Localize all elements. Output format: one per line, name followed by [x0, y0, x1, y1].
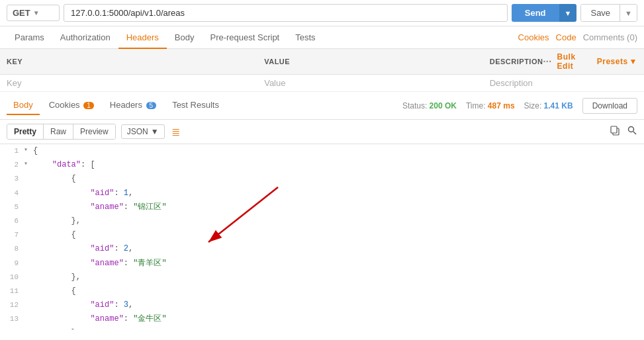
- resp-tab-test-results[interactable]: Test Results: [165, 96, 226, 115]
- list-item: 10 },: [0, 271, 644, 284]
- time-label: Time: 487 ms: [466, 101, 515, 110]
- url-input[interactable]: [64, 4, 508, 22]
- request-tabs: Params Authorization Headers Body Pre-re…: [0, 26, 644, 49]
- svg-point-2: [629, 127, 634, 132]
- save-dropdown-button[interactable]: ▼: [620, 5, 637, 21]
- wrap-icon[interactable]: ≣: [171, 126, 180, 138]
- table-row: Key Value Description: [0, 75, 644, 92]
- raw-view-button[interactable]: Raw: [44, 124, 73, 139]
- method-chevron-icon: ▼: [33, 9, 40, 17]
- list-item: 13 "aname": "金牛区": [0, 312, 644, 326]
- response-tabs-bar: Body Cookies 1 Headers 5 Test Results St…: [0, 92, 644, 120]
- code-link[interactable]: Code: [556, 32, 576, 42]
- list-item: 6 },: [0, 214, 644, 228]
- tab-pre-request-script[interactable]: Pre-request Script: [202, 27, 287, 49]
- format-chevron-icon: ▼: [151, 127, 159, 136]
- comments-link[interactable]: Comments (0): [583, 32, 637, 42]
- tab-authorization[interactable]: Authorization: [52, 27, 118, 49]
- list-item: 3 {: [0, 172, 644, 186]
- list-item: 12 "aid": 3,: [0, 298, 644, 312]
- key-column-header: KEY: [0, 49, 257, 75]
- view-button-group: Pretty Raw Preview: [7, 124, 116, 140]
- headers-table: KEY VALUE DESCRIPTION ··· Bulk Edit Pres…: [0, 49, 644, 92]
- size-value: 1.41 KB: [544, 101, 573, 110]
- search-icon[interactable]: [627, 125, 637, 138]
- description-cell[interactable]: Description: [483, 75, 644, 92]
- headers-badge: 5: [146, 102, 157, 109]
- time-value: 487 ms: [488, 101, 515, 110]
- description-column-header: DESCRIPTION ··· Bulk Edit Presets ▼: [483, 49, 644, 75]
- top-bar: GET ▼ Send ▼ Save ▼: [0, 0, 644, 26]
- bulk-edit-button[interactable]: Bulk Edit: [557, 52, 592, 71]
- cookies-link[interactable]: Cookies: [518, 32, 549, 42]
- tab-tests[interactable]: Tests: [287, 27, 323, 49]
- save-button[interactable]: Save: [581, 5, 620, 21]
- more-options-icon[interactable]: ···: [543, 56, 551, 67]
- list-item: 5 "aname": "锦江区": [0, 200, 644, 214]
- send-button-group: Send ▼: [512, 4, 577, 22]
- list-item: 9 "aname": "青羊区": [0, 257, 644, 271]
- preview-view-button[interactable]: Preview: [73, 124, 115, 139]
- list-item: 8 "aid": 2,: [0, 242, 644, 256]
- svg-rect-1: [611, 126, 617, 133]
- save-button-group: Save ▼: [580, 4, 637, 22]
- method-label: GET: [13, 8, 30, 18]
- cookies-badge: 1: [83, 102, 94, 109]
- toolbar-right: [610, 125, 637, 138]
- list-item: 11 {: [0, 284, 644, 298]
- download-button[interactable]: Download: [582, 98, 637, 114]
- format-select[interactable]: JSON ▼: [121, 124, 165, 139]
- value-column-header: VALUE: [257, 49, 483, 75]
- format-label: JSON: [127, 127, 148, 136]
- value-cell[interactable]: Value: [257, 75, 483, 92]
- send-button[interactable]: Send: [512, 4, 559, 22]
- tab-headers[interactable]: Headers: [118, 27, 167, 49]
- list-item: 4 "aid": 1,: [0, 187, 644, 200]
- resp-tab-headers[interactable]: Headers 5: [103, 96, 163, 115]
- status-value: 200 OK: [430, 101, 457, 110]
- send-dropdown-button[interactable]: ▼: [559, 4, 577, 22]
- key-cell[interactable]: Key: [0, 75, 257, 92]
- list-item: 2 ▾ "data": [: [0, 158, 644, 172]
- presets-button[interactable]: Presets ▼: [597, 57, 637, 66]
- size-label: Size: 1.41 KB: [524, 101, 573, 110]
- tab-body[interactable]: Body: [167, 27, 203, 49]
- pretty-view-button[interactable]: Pretty: [7, 124, 44, 139]
- svg-line-3: [633, 132, 636, 134]
- list-item: 7 {: [0, 228, 644, 242]
- response-body-toolbar: Pretty Raw Preview JSON ▼ ≣: [0, 120, 644, 144]
- presets-chevron-icon: ▼: [629, 57, 637, 66]
- tab-params[interactable]: Params: [7, 27, 52, 49]
- method-select[interactable]: GET ▼: [7, 5, 60, 21]
- copy-icon[interactable]: [610, 125, 620, 138]
- resp-tab-body[interactable]: Body: [7, 96, 40, 115]
- list-item: 14 },: [0, 326, 644, 329]
- status-label: Status: 200 OK: [402, 101, 457, 110]
- resp-tab-cookies[interactable]: Cookies 1: [42, 96, 101, 115]
- request-tabs-right: Cookies Code Comments (0): [518, 32, 637, 42]
- code-view[interactable]: 1 ▾ { 2 ▾ "data": [ 3 { 4 "aid": 1, 5 "a…: [0, 144, 644, 329]
- response-status: Status: 200 OK Time: 487 ms Size: 1.41 K…: [402, 98, 637, 114]
- list-item: 1 ▾ {: [0, 144, 644, 158]
